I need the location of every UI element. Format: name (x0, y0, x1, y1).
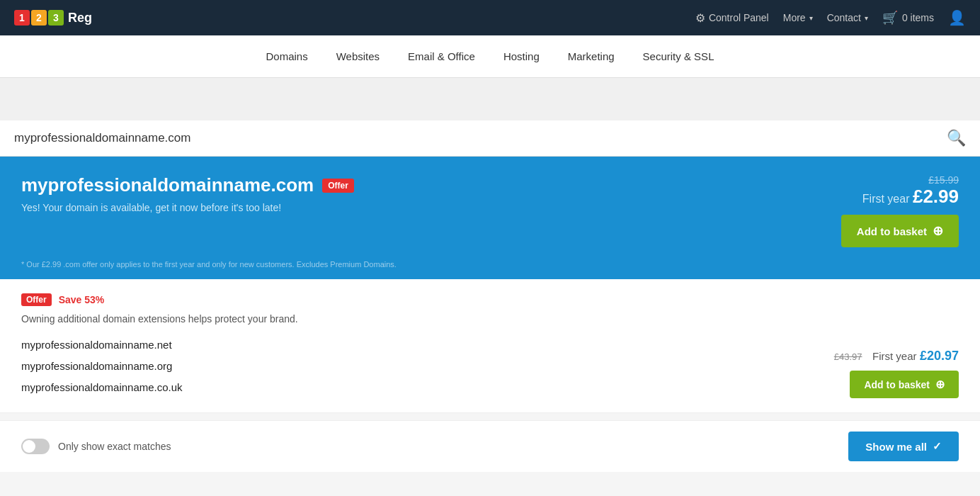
bundle-content-row: myprofessionaldomainname.net myprofessio… (21, 334, 959, 398)
bundle-domains-list: myprofessionaldomainname.net myprofessio… (21, 334, 183, 398)
exact-matches-label: Only show exact matches (58, 441, 171, 452)
main-nav: Domains Websites Email & Office Hosting … (0, 35, 980, 78)
nav-security-ssl[interactable]: Security & SSL (643, 50, 714, 62)
show-me-all-button[interactable]: Show me all ✓ (848, 432, 959, 461)
toggle-area: Only show exact matches (21, 439, 171, 454)
search-input[interactable] (14, 131, 947, 145)
bundle-old-price: £43.97 (834, 351, 862, 362)
available-disclaimer: * Our £2.99 .com offer only applies to t… (21, 260, 959, 269)
bundle-offer-row: Offer Save 53% (21, 293, 959, 306)
bundle-domain-1: myprofessionaldomainname.org (21, 356, 183, 377)
bundle-domain-0: myprofessionaldomainname.net (21, 334, 183, 356)
available-pricing: £15.99 First year £2.99 Add to basket ⊕ (841, 174, 959, 247)
available-first-year-row: First year £2.99 (841, 186, 959, 208)
available-first-year-label: First year (862, 193, 910, 205)
available-old-price: £15.99 (841, 174, 959, 186)
checkmark-icon: ✓ (933, 440, 942, 453)
logo-3: 3 (48, 10, 64, 26)
bundle-new-price: £20.97 (920, 349, 959, 363)
available-text: Yes! Your domain is available, get it no… (21, 202, 354, 213)
toggle-thumb (23, 440, 35, 453)
cart-icon: 🛒 (882, 10, 898, 26)
exact-matches-toggle[interactable] (21, 439, 50, 454)
available-top-row: myprofessionaldomainname.com Offer Yes! … (21, 174, 959, 247)
nav-hosting[interactable]: Hosting (503, 50, 540, 62)
bundle-description: Owning additional domain extensions help… (21, 313, 959, 325)
available-domain-section: myprofessionaldomainname.com Offer Yes! … (0, 157, 980, 279)
bundle-domain-2: myprofessionaldomainname.co.uk (21, 377, 183, 398)
bundle-add-basket-label: Add to basket (864, 379, 930, 390)
search-icon[interactable]: 🔍 (947, 129, 966, 147)
available-domain-name: myprofessionaldomainname.com (21, 174, 314, 196)
bundle-section: Offer Save 53% Owning additional domain … (0, 279, 980, 413)
bundle-first-year-label: First year (872, 350, 917, 362)
bottom-bar: Only show exact matches Show me all ✓ (0, 420, 980, 472)
control-panel-label: Control Panel (709, 12, 769, 23)
cart[interactable]: 🛒 0 items (882, 10, 934, 26)
logo-text: Reg (68, 11, 92, 26)
chevron-down-icon: ▾ (809, 14, 813, 22)
nav-email-office[interactable]: Email & Office (408, 50, 475, 62)
more-menu[interactable]: More ▾ (783, 12, 813, 23)
domain-name-row: myprofessionaldomainname.com Offer (21, 174, 354, 196)
show-me-all-label: Show me all (865, 441, 927, 453)
logo-1: 1 (14, 10, 30, 26)
logo[interactable]: 1 2 3 Reg (14, 10, 92, 26)
nav-websites[interactable]: Websites (336, 50, 380, 62)
available-add-basket-label: Add to basket (857, 225, 927, 237)
contact-menu[interactable]: Contact ▾ (827, 12, 868, 23)
available-add-basket-button[interactable]: Add to basket ⊕ (841, 215, 959, 247)
available-new-price: £2.99 (913, 186, 959, 207)
offer-badge: Offer (322, 179, 354, 193)
bundle-price-row: £43.97 First year £20.97 (834, 349, 959, 363)
hero-area (0, 78, 980, 120)
bundle-add-basket-button[interactable]: Add to basket ⊕ (850, 371, 959, 398)
control-panel-link[interactable]: ⚙ Control Panel (695, 11, 769, 25)
nav-domains[interactable]: Domains (266, 50, 308, 62)
contact-label: Contact (827, 12, 861, 23)
chevron-down-icon-2: ▾ (865, 14, 868, 22)
user-icon[interactable]: 👤 (948, 9, 966, 26)
logo-2: 2 (31, 10, 47, 26)
bundle-save-text: Save 53% (59, 294, 105, 305)
control-panel-icon: ⚙ (695, 11, 705, 25)
top-right-nav: ⚙ Control Panel More ▾ Contact ▾ 🛒 0 ite… (695, 9, 966, 26)
nav-marketing[interactable]: Marketing (568, 50, 615, 62)
plus-circle-icon: ⊕ (933, 223, 943, 239)
cart-items-count: 0 items (902, 12, 934, 23)
search-container: 🔍 (0, 120, 980, 157)
more-label: More (783, 12, 806, 23)
bundle-pricing-area: £43.97 First year £20.97 Add to basket ⊕ (834, 349, 959, 398)
top-bar: 1 2 3 Reg ⚙ Control Panel More ▾ Contact… (0, 0, 980, 35)
bundle-offer-tag: Offer (21, 293, 52, 306)
bundle-plus-circle-icon: ⊕ (935, 378, 945, 391)
available-left: myprofessionaldomainname.com Offer Yes! … (21, 174, 354, 213)
